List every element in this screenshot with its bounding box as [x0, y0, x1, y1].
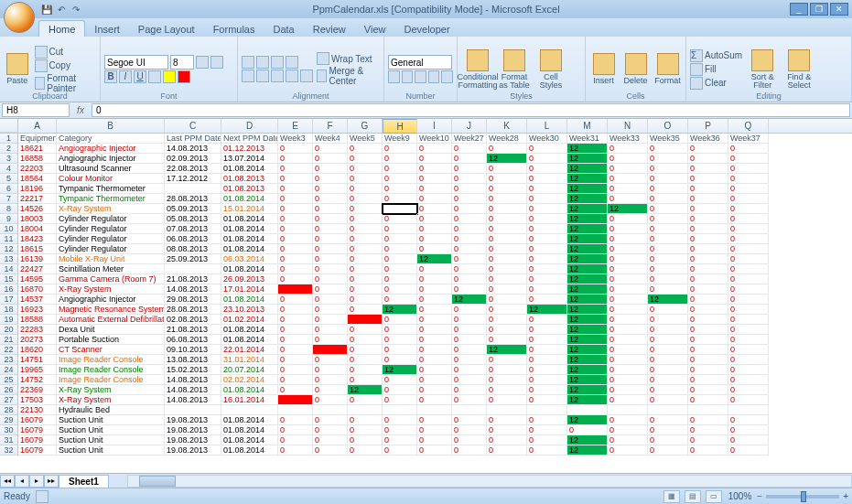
cell[interactable]: 0 — [648, 164, 688, 174]
cell[interactable]: 12 — [567, 264, 608, 274]
cell[interactable]: 0 — [608, 234, 648, 244]
cell[interactable]: 19.08.2013 — [165, 435, 221, 445]
cell[interactable]: 14.08.2013 — [165, 375, 221, 385]
align-middle-icon[interactable] — [256, 56, 269, 69]
cell[interactable]: 0 — [383, 144, 417, 154]
cell[interactable]: 18423 — [18, 234, 57, 244]
cell[interactable]: 0 — [278, 174, 313, 184]
col-header-P[interactable]: P — [688, 119, 728, 133]
cell[interactable]: 0 — [487, 335, 527, 345]
cell[interactable]: 0 — [728, 154, 769, 164]
cell[interactable]: 0 — [688, 174, 728, 184]
cell[interactable] — [221, 405, 278, 415]
cell[interactable]: 0 — [648, 435, 688, 445]
cell[interactable]: 0 — [383, 274, 417, 284]
cell[interactable]: 0 — [417, 365, 452, 375]
cell[interactable]: 0 — [313, 415, 348, 425]
cell[interactable]: 0 — [608, 194, 648, 204]
cell[interactable]: 0 — [728, 194, 769, 204]
row-header[interactable]: 4 — [0, 164, 18, 174]
cell[interactable]: 12 — [487, 345, 527, 355]
cell[interactable]: 0 — [313, 385, 348, 395]
cell[interactable]: 0 — [527, 385, 567, 395]
cell[interactable]: 13.08.2013 — [165, 355, 221, 365]
cell[interactable]: 0 — [608, 345, 648, 355]
cell[interactable]: 0 — [688, 204, 728, 214]
cell[interactable]: 0 — [278, 194, 313, 204]
cell[interactable]: 01.08.2014 — [221, 295, 278, 305]
header-cell[interactable]: Week10 — [417, 134, 452, 144]
cell[interactable]: 0 — [278, 254, 313, 264]
qat-save-icon[interactable]: 💾 — [40, 3, 53, 16]
cell[interactable]: 0 — [348, 244, 383, 254]
cell[interactable]: 23.10.2013 — [221, 305, 278, 315]
cell[interactable]: 12 — [567, 164, 608, 174]
cell[interactable]: 01.08.2013 — [221, 184, 278, 194]
fill-button[interactable]: Fill — [690, 63, 742, 76]
cell[interactable]: 0 — [648, 274, 688, 284]
cell[interactable]: Gamma Camera (Room 7) — [57, 274, 165, 284]
cell[interactable]: 0 — [648, 224, 688, 234]
cell[interactable]: Angiographic Injector — [57, 154, 165, 164]
header-cell[interactable]: Week35 — [648, 134, 688, 144]
cell[interactable]: 0 — [417, 184, 452, 194]
cell[interactable]: 20273 — [18, 335, 57, 345]
cell[interactable]: 0 — [487, 385, 527, 395]
cell[interactable]: Image Reader Console — [57, 365, 165, 375]
cell[interactable]: 0 — [648, 345, 688, 355]
name-box[interactable]: H8 — [2, 103, 70, 117]
row-header[interactable]: 21 — [0, 335, 18, 345]
cell[interactable]: 0 — [313, 284, 348, 295]
cell[interactable]: 0 — [728, 184, 769, 194]
worksheet[interactable]: ABCDEFGHIJKLMNOPQ 1Equipment NoCategoryL… — [0, 119, 852, 473]
cell[interactable]: 0 — [688, 435, 728, 445]
cell[interactable]: 0 — [417, 435, 452, 445]
cell[interactable]: 0 — [452, 305, 487, 315]
cell[interactable]: 0 — [608, 284, 648, 295]
cell[interactable]: 17.01.2014 — [221, 284, 278, 295]
cell[interactable]: 0 — [452, 385, 487, 395]
font-name-select[interactable] — [104, 55, 168, 70]
cell[interactable]: 0 — [452, 164, 487, 174]
cell[interactable]: 0 — [728, 164, 769, 174]
cell[interactable]: 0 — [417, 264, 452, 274]
cell[interactable]: 0 — [527, 194, 567, 204]
cell[interactable] — [313, 345, 348, 355]
cell[interactable]: 01.08.2014 — [221, 325, 278, 335]
cell[interactable]: 0 — [648, 355, 688, 365]
cell[interactable]: 12 — [567, 355, 608, 365]
cell[interactable]: Scintillation Meter — [57, 264, 165, 274]
cell[interactable] — [452, 405, 487, 415]
cell[interactable]: Suction Unit — [57, 445, 165, 456]
cell[interactable]: 0 — [648, 395, 688, 405]
cell[interactable]: 0 — [527, 445, 567, 456]
cell[interactable]: 0 — [383, 214, 417, 224]
cell[interactable]: Cylinder Regulator — [57, 234, 165, 244]
row-header[interactable]: 11 — [0, 234, 18, 244]
cell[interactable]: 0 — [348, 154, 383, 164]
cell[interactable]: 05.08.2013 — [165, 214, 221, 224]
col-header-O[interactable]: O — [648, 119, 688, 133]
tab-home[interactable]: Home — [38, 20, 85, 37]
cell[interactable]: 0 — [688, 325, 728, 335]
cell[interactable]: 0 — [648, 335, 688, 345]
cell[interactable]: 0 — [608, 305, 648, 315]
cell[interactable]: 0 — [527, 274, 567, 284]
cell[interactable]: 0 — [417, 144, 452, 154]
cell[interactable]: 08.08.2013 — [165, 244, 221, 254]
cell[interactable]: 0 — [688, 144, 728, 154]
cell[interactable] — [348, 405, 383, 415]
cell[interactable] — [278, 395, 313, 405]
cell[interactable]: 0 — [417, 295, 452, 305]
cell[interactable]: 12 — [567, 184, 608, 194]
cell[interactable]: 0 — [527, 224, 567, 234]
cell[interactable]: 06.08.2013 — [165, 234, 221, 244]
cell[interactable]: 0 — [452, 425, 487, 435]
cell[interactable]: 0 — [313, 395, 348, 405]
cell[interactable]: 12 — [567, 345, 608, 355]
cell[interactable]: 0 — [452, 234, 487, 244]
cell[interactable]: 14526 — [18, 204, 57, 214]
cell[interactable]: 0 — [487, 264, 527, 274]
cell[interactable]: 15.01.2014 — [221, 204, 278, 214]
header-cell[interactable]: Next PPM Date — [221, 134, 278, 144]
